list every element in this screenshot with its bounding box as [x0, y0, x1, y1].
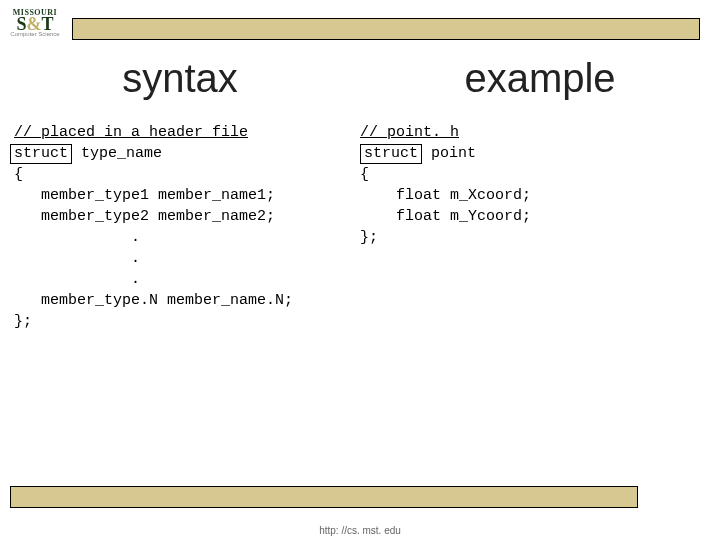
syntax-column: // placed in a header file struct type_n…: [0, 122, 360, 332]
syntax-close-brace: };: [14, 313, 32, 330]
logo-department: Computer Science: [6, 31, 64, 37]
syntax-dot-1: .: [14, 229, 140, 246]
slide: MISSOURI S&T Computer Science syntax exa…: [0, 0, 720, 540]
heading-syntax: syntax: [0, 56, 360, 101]
logo: MISSOURI S&T Computer Science: [6, 8, 64, 37]
content-row: // placed in a header file struct type_n…: [0, 122, 720, 332]
bottom-decor-bar: [10, 486, 638, 508]
example-field-1: float m_Xcoord;: [360, 187, 531, 204]
example-column: // point. h struct point { float m_Xcoor…: [360, 122, 712, 332]
syntax-typename: type_name: [81, 145, 162, 162]
example-comment: // point. h: [360, 124, 459, 141]
logo-st: S&T: [6, 17, 64, 31]
example-close-brace: };: [360, 229, 378, 246]
syntax-member-2: member_type2 member_name2;: [14, 208, 275, 225]
syntax-struct-keyword: struct: [10, 144, 72, 164]
example-field-2: float m_Ycoord;: [360, 208, 531, 225]
example-open-brace: {: [360, 166, 369, 183]
syntax-dot-2: .: [14, 250, 140, 267]
syntax-dot-3: .: [14, 271, 140, 288]
syntax-comment: // placed in a header file: [14, 124, 248, 141]
example-typename: point: [431, 145, 476, 162]
top-decor-bar: [72, 18, 700, 40]
syntax-open-brace: {: [14, 166, 23, 183]
footer-url: http: //cs. mst. edu: [0, 525, 720, 536]
example-struct-keyword: struct: [360, 144, 422, 164]
syntax-member-1: member_type1 member_name1;: [14, 187, 275, 204]
headings-row: syntax example: [0, 56, 720, 101]
syntax-member-n: member_type.N member_name.N;: [14, 292, 293, 309]
heading-example: example: [360, 56, 720, 101]
